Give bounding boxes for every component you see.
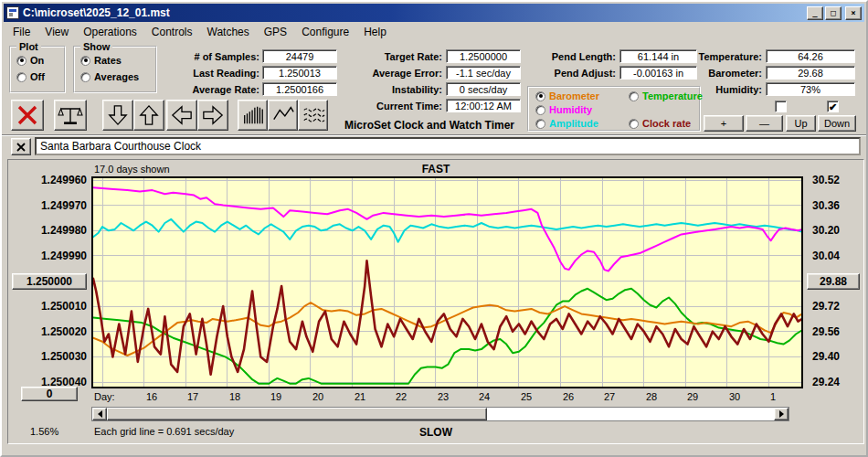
close-button[interactable]: × [845, 6, 862, 20]
humidity-label: Humidity: [680, 84, 762, 95]
minimize-button[interactable]: _ [807, 6, 823, 20]
x-axis-day-label: 1 [770, 391, 776, 403]
right-axis-label: 29.40 [812, 350, 860, 363]
arrow-down-icon [107, 103, 129, 127]
samples-value: 24479 [262, 49, 337, 63]
radio-label: Barometer [549, 90, 599, 101]
left-axis-center-button[interactable]: 1.250000 [12, 273, 87, 290]
up-button[interactable]: Up [786, 115, 816, 132]
app-icon [6, 6, 19, 19]
zero-button[interactable]: 0 [21, 387, 78, 401]
scroll-left-button[interactable] [166, 100, 197, 131]
shift-up-button[interactable] [133, 100, 164, 131]
shift-down-button[interactable] [102, 100, 133, 131]
x-axis-day-label: 18 [229, 391, 240, 403]
radio-label: Off [30, 71, 45, 82]
x-axis-day-label: 24 [479, 391, 490, 403]
radio-plot-on[interactable]: On [16, 55, 44, 66]
arrow-left-icon [170, 104, 194, 126]
title-bar[interactable]: C:\microset\2025_12_01.mst _ □ × [4, 4, 864, 22]
maximize-button[interactable]: □ [825, 6, 842, 20]
menu-help[interactable]: Help [356, 24, 394, 40]
radio-barometer[interactable]: Barometer [535, 90, 599, 101]
right-axis-label: 29.24 [812, 376, 860, 388]
menu-watches[interactable]: Watches [200, 24, 257, 40]
multi-trace-view-button[interactable] [298, 100, 328, 131]
x-axis-day-label: 30 [729, 391, 740, 403]
show-groupbox: Show [73, 46, 157, 93]
scrollbar-thumb[interactable] [107, 408, 487, 420]
balance-button[interactable] [54, 100, 87, 131]
average-rate-value: 1.2500166 [262, 82, 337, 96]
wavy-lines-icon [302, 103, 325, 127]
radio-plot-off[interactable]: Off [16, 71, 45, 82]
left-checkbox[interactable] [775, 101, 787, 112]
x-axis-day-label: 17 [187, 391, 198, 403]
x-axis-day-label: 16 [146, 391, 157, 403]
radio-humidity[interactable]: Humidity [535, 104, 592, 115]
scroll-left-arrow[interactable] [92, 408, 107, 420]
close-icon [16, 143, 26, 152]
x-axis-day-label: 26 [563, 391, 574, 403]
radio-show-averages[interactable]: Averages [80, 71, 139, 82]
radio-show-rates[interactable]: Rates [80, 55, 122, 66]
scroll-right-arrow[interactable] [774, 408, 789, 420]
plus-button[interactable]: + [704, 115, 744, 132]
x-axis-day-label: 20 [312, 391, 323, 403]
separator-line [2, 134, 866, 136]
instability-value: 0 secs/day [446, 82, 521, 96]
left-axis-label: 1.249960 [8, 174, 87, 186]
last-reading-label: Last Reading: [157, 68, 259, 79]
current-time-value: 12:00:12 AM [446, 99, 521, 112]
radio-label: Averages [94, 71, 139, 82]
minus-button[interactable]: — [746, 115, 783, 132]
current-time-label: Current Time: [347, 101, 442, 112]
right-axis-label: 30.20 [812, 224, 860, 237]
scroll-right-button[interactable] [197, 100, 228, 131]
radio-dot [16, 56, 26, 66]
x-axis-day-label: 28 [646, 391, 657, 403]
down-button[interactable]: Down [818, 115, 856, 132]
arrow-right-icon [201, 104, 225, 126]
radio-amplitude[interactable]: Amplitude [535, 118, 598, 129]
fast-label: FAST [8, 163, 863, 175]
plot-group-title: Plot [16, 41, 41, 52]
x-axis-day-label: 25 [521, 391, 532, 403]
clear-name-button[interactable] [11, 138, 31, 155]
radio-label: Rates [94, 55, 122, 66]
radio-dot [535, 91, 545, 101]
right-checkbox[interactable]: ✔ [827, 101, 839, 112]
menu-operations[interactable]: Operations [76, 24, 144, 40]
x-axis-day-label: 23 [438, 391, 449, 403]
delete-button[interactable] [11, 100, 44, 131]
day-axis-title: Day: [94, 391, 115, 403]
radio-label: Humidity [549, 104, 592, 115]
clock-name-input[interactable] [35, 137, 861, 155]
horizontal-scrollbar[interactable] [91, 407, 789, 421]
average-rate-label: Average Rate: [157, 84, 259, 95]
pend-length-label: Pend Length: [526, 51, 616, 62]
menu-controls[interactable]: Controls [144, 24, 200, 40]
arrow-up-icon [138, 103, 160, 127]
radio-dot [535, 119, 545, 129]
menu-file[interactable]: File [5, 24, 37, 40]
left-axis-label: 1.249970 [8, 199, 87, 212]
left-axis-label: 1.249980 [8, 224, 87, 237]
radio-clock-rate[interactable]: Clock rate [629, 118, 691, 129]
menu-gps[interactable]: GPS [257, 24, 294, 40]
histogram-view-button[interactable] [238, 100, 268, 131]
temperature-value: 64.26 [766, 49, 855, 63]
menu-configure[interactable]: Configure [294, 24, 356, 40]
radio-dot [629, 91, 639, 101]
radio-dot [16, 72, 26, 82]
microset-window: { "window": { "title": "C:\\microset\\20… [0, 0, 868, 457]
last-reading-value: 1.250013 [262, 66, 337, 80]
right-axis-center-button[interactable]: 29.88 [807, 273, 860, 290]
x-axis-day-label: 29 [687, 391, 698, 403]
line-view-button[interactable] [268, 100, 298, 131]
red-x-icon [16, 103, 39, 127]
barometer-label: Barometer: [680, 68, 762, 79]
plot-area[interactable] [91, 176, 803, 388]
left-axis-label: 1.249990 [8, 250, 87, 262]
menu-view[interactable]: View [37, 24, 76, 40]
